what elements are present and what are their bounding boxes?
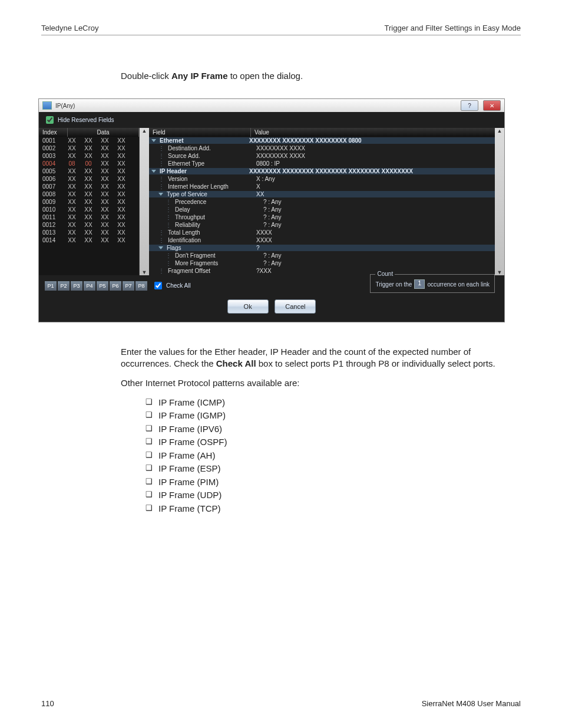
header-left: Teledyne LeCroy [41, 24, 99, 32]
intro-post: to open the dialog. [227, 71, 303, 81]
port-button[interactable]: P4 [84, 281, 95, 291]
check-all-checkbox[interactable] [154, 282, 162, 289]
tree-row[interactable]: Flags? [149, 244, 495, 252]
window-icon [42, 101, 52, 110]
port-button[interactable]: P1 [45, 281, 57, 291]
tree-row[interactable]: ⋮IdentificationXXXX [149, 236, 495, 244]
tree-row[interactable]: ⋮Delay? : Any [149, 206, 495, 213]
hex-row[interactable]: 0006XXXXXXXX [39, 175, 139, 183]
list-item: IP Frame (UDP) [146, 489, 521, 502]
ip-any-dialog: IP(Any) ? ✕ Hide Reserved Fields Index D… [38, 98, 505, 322]
tree-row[interactable]: Type of ServiceXX [149, 190, 495, 198]
hex-row[interactable]: 0014XXXXXXXX [39, 236, 139, 244]
count-group: Count Trigger on the 1 occurrence on eac… [370, 274, 495, 293]
tree-row[interactable]: ⋮Reliability? : Any [149, 221, 495, 229]
list-item: IP Frame (ESP) [146, 462, 521, 476]
header-right: Trigger and Filter Settings in Easy Mode [385, 24, 521, 32]
scroll-down-icon[interactable]: ▼ [140, 269, 149, 275]
hex-pane: Index Data 0001XXXXXXXX0002XXXXXXXX0003X… [39, 128, 140, 275]
hex-row[interactable]: 0005XXXXXXXX [39, 167, 139, 175]
tree-row[interactable]: EthernetXXXXXXXX XXXXXXXX XXXXXXXX 0800 [149, 137, 495, 144]
hex-row[interactable]: 0002XXXXXXXX [39, 144, 139, 152]
left-scrollbar[interactable]: ▲ ▼ [140, 128, 149, 275]
check-all-label: Check All [166, 282, 191, 289]
list-item: IP Frame (ICMP) [146, 396, 521, 410]
intro-bold: Any IP Frame [171, 71, 228, 81]
hex-row[interactable]: 0003XXXXXXXX [39, 152, 139, 160]
hex-row[interactable]: 0007XXXXXXXX [39, 183, 139, 190]
tree-row[interactable]: ⋮More Fragments? : Any [149, 259, 495, 267]
port-button[interactable]: P7 [123, 281, 134, 291]
tree-pane: Field Value EthernetXXXXXXXX XXXXXXXX XX… [149, 128, 495, 275]
count-spinner[interactable]: 1 [414, 279, 425, 289]
paragraph-other-patterns: Other Internet Protocol patterns availab… [121, 377, 521, 389]
dialog-footer: P1P2P3P4P5P6P7P8 Check All Count Trigger… [39, 275, 504, 299]
tree-row[interactable]: IP HeaderXXXXXXXX XXXXXXXX XXXXXXXX XXXX… [149, 167, 495, 175]
tree-row[interactable]: ⋮Don't Fragment? : Any [149, 252, 495, 259]
p1b: Check All [216, 358, 256, 368]
hide-reserved-checkbox[interactable] [46, 116, 54, 124]
tree-row[interactable]: ⋮Ethernet Type0800 : IP [149, 160, 495, 167]
list-item: IP Frame (IPV6) [146, 423, 521, 436]
dialog-toolbar: Hide Reserved Fields [39, 112, 504, 128]
count-legend: Count [375, 271, 395, 277]
col-data[interactable]: Data [68, 128, 139, 137]
window-title: IP(Any) [55, 103, 75, 109]
manual-title: SierraNet M408 User Manual [422, 699, 521, 708]
page-number: 110 [41, 699, 54, 708]
list-item: IP Frame (IGMP) [146, 409, 521, 423]
port-button[interactable]: P3 [71, 281, 82, 291]
hex-row[interactable]: 0012XXXXXXXX [39, 221, 139, 229]
hex-row[interactable]: 00040800XXXX [39, 160, 139, 167]
hex-row[interactable]: 0010XXXXXXXX [39, 206, 139, 213]
hex-row[interactable]: 0008XXXXXXXX [39, 190, 139, 198]
hex-row[interactable]: 0009XXXXXXXX [39, 198, 139, 206]
scroll-down-icon[interactable]: ▼ [495, 269, 504, 275]
scroll-up-icon[interactable]: ▲ [140, 128, 149, 134]
header-rule [41, 35, 521, 35]
hex-grid[interactable]: 0001XXXXXXXX0002XXXXXXXX0003XXXXXXXX0004… [39, 137, 139, 275]
port-button[interactable]: P6 [110, 281, 121, 291]
tree-row[interactable]: ⋮Destination Add.XXXXXXXX XXXX [149, 144, 495, 152]
paragraph-instructions: Enter the values for the Ether header, I… [121, 346, 521, 370]
hex-row[interactable]: 0001XXXXXXXX [39, 137, 139, 144]
tree-row[interactable]: ⋮Internet Header LengthX [149, 183, 495, 190]
port-button[interactable]: P2 [58, 281, 70, 291]
scroll-up-icon[interactable]: ▲ [495, 128, 504, 134]
ok-button[interactable]: Ok [227, 299, 269, 314]
list-item: IP Frame (PIM) [146, 476, 521, 489]
count-post: occurrence on each link [427, 281, 490, 288]
hex-row[interactable]: 0013XXXXXXXX [39, 229, 139, 236]
port-button[interactable]: P5 [97, 281, 108, 291]
right-scrollbar[interactable]: ▲ ▼ [495, 128, 504, 275]
intro-text: Double-click Any IP Frame to open the di… [121, 71, 521, 81]
list-item: IP Frame (AH) [146, 449, 521, 463]
tree-row[interactable]: ⋮Source Add.XXXXXXXX XXXX [149, 152, 495, 160]
tree-row[interactable]: ⋮Throughput? : Any [149, 213, 495, 221]
port-button[interactable]: P8 [135, 281, 147, 291]
field-tree[interactable]: EthernetXXXXXXXX XXXXXXXX XXXXXXXX 0800⋮… [149, 137, 495, 275]
cancel-button[interactable]: Cancel [275, 299, 316, 314]
ip-pattern-list: IP Frame (ICMP)IP Frame (IGMP)IP Frame (… [146, 396, 521, 516]
titlebar[interactable]: IP(Any) ? ✕ [39, 99, 504, 112]
tree-row[interactable]: ⋮VersionX : Any [149, 175, 495, 183]
list-item: IP Frame (TCP) [146, 502, 521, 516]
count-pre: Trigger on the [375, 281, 412, 288]
list-item: IP Frame (OSPF) [146, 436, 521, 449]
help-button[interactable]: ? [461, 100, 478, 111]
tree-row[interactable]: ⋮Total LengthXXXX [149, 229, 495, 236]
col-field[interactable]: Field [149, 128, 251, 137]
close-button[interactable]: ✕ [483, 100, 501, 111]
hex-row[interactable]: 0011XXXXXXXX [39, 213, 139, 221]
col-index[interactable]: Index [39, 128, 68, 137]
tree-row[interactable]: ⋮Precedence? : Any [149, 198, 495, 206]
p1c: box to select ports P1 through P8 or ind… [256, 358, 495, 368]
intro-pre: Double-click [121, 71, 171, 81]
hide-reserved-label: Hide Reserved Fields [58, 117, 114, 123]
col-value[interactable]: Value [251, 128, 495, 137]
